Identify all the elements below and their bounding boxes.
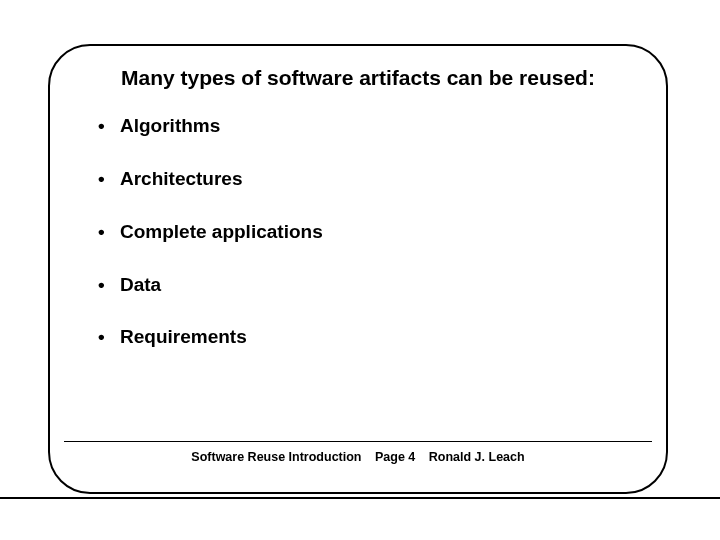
- slide-frame: Many types of software artifacts can be …: [48, 44, 668, 494]
- list-item: Architectures: [98, 168, 636, 191]
- slide-title: Many types of software artifacts can be …: [80, 64, 636, 91]
- footer-divider: [64, 441, 652, 442]
- slide-footer: Software Reuse Introduction Page 4 Ronal…: [50, 450, 666, 464]
- footer-author: Ronald J. Leach: [429, 450, 525, 464]
- list-item: Complete applications: [98, 221, 636, 244]
- bottom-rule: [0, 497, 720, 499]
- list-item: Data: [98, 274, 636, 297]
- footer-page: Page 4: [375, 450, 415, 464]
- list-item: Algorithms: [98, 115, 636, 138]
- footer-doc-title: Software Reuse Introduction: [191, 450, 361, 464]
- list-item: Requirements: [98, 326, 636, 349]
- bullet-list: Algorithms Architectures Complete applic…: [80, 115, 636, 349]
